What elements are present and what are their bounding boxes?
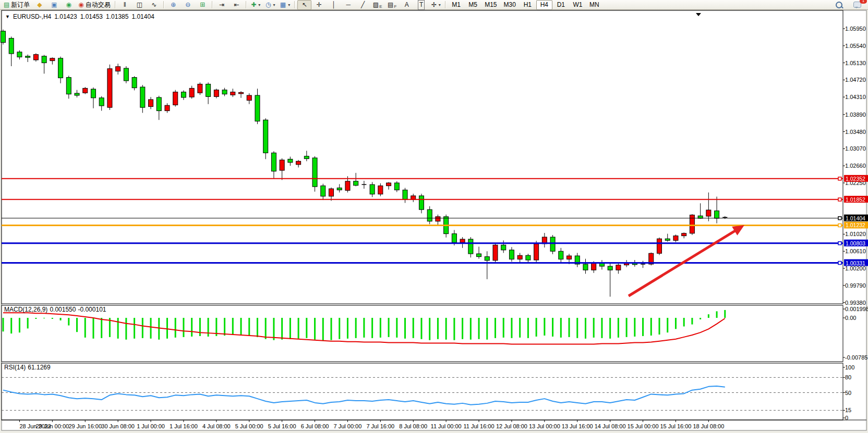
text-button[interactable]: A (400, 0, 414, 10)
candle-body (345, 181, 350, 191)
time-tick-label: 5 Jul 16:00 (268, 423, 296, 429)
price-tick-label: 1.05950 (845, 26, 866, 32)
macd-histogram-bar (158, 318, 160, 340)
timeframe-m5-button[interactable]: M5 (465, 0, 481, 10)
text-label-button[interactable]: T (414, 0, 428, 10)
crosshair-button[interactable]: ✛ (312, 0, 326, 10)
market-watch-icon[interactable]: ◆ (32, 0, 46, 10)
timeframe-m30-button[interactable]: M30 (501, 0, 519, 10)
price-pane (2, 10, 843, 304)
price-tick-label: 0.99790 (845, 282, 866, 289)
indicators-button[interactable]: ✚▾ (249, 0, 263, 10)
chart-title: ▼ EURUSD-,H4 1.01423 1.01453 1.01385 1.0… (5, 13, 154, 20)
chevron-down-icon[interactable]: ▾ (439, 3, 441, 7)
bars-chart-icon: ‖ (124, 1, 126, 9)
candle-body (17, 52, 22, 57)
candle-body (198, 84, 202, 93)
chevron-down-icon[interactable]: ▾ (273, 3, 275, 7)
timeframe-w1-button[interactable]: W1 (570, 0, 586, 10)
line-anchor-marker[interactable] (838, 177, 841, 180)
line-anchor-marker[interactable] (838, 224, 841, 227)
tile-windows-button[interactable]: ⊞ (196, 0, 210, 10)
timeframe-h1-button[interactable]: H1 (520, 0, 536, 10)
macd-histogram-bar (453, 318, 455, 340)
autotrading-button[interactable]: ◉自动交易 (76, 0, 112, 10)
candle-body (394, 183, 399, 190)
price-line-label: 1.01852 (846, 196, 865, 203)
macd-histogram-bar (413, 318, 414, 338)
horizontal-line-button[interactable]: ─ (341, 0, 355, 10)
navigator-icon[interactable]: ▣ (47, 0, 61, 10)
trendline-button[interactable]: ╱ (356, 0, 370, 10)
line-anchor-marker[interactable] (838, 242, 841, 245)
macd-histogram-bar (117, 318, 119, 339)
line-anchor-marker[interactable] (838, 217, 841, 220)
macd-histogram-bar (314, 318, 316, 340)
signals-icon[interactable]: ◉ (62, 0, 76, 10)
price-tick-label: 1.05130 (845, 60, 866, 66)
new-order-button[interactable]: ▤新订单 (2, 0, 32, 10)
candle-body (124, 68, 128, 81)
macd-histogram-bar (43, 318, 45, 318)
candle-body (66, 78, 71, 94)
time-tick-label: 29 Jun 16:00 (68, 423, 102, 429)
candle-body (616, 265, 621, 270)
arrows-button[interactable]: ✢▾ (429, 0, 443, 10)
vertical-line-button[interactable]: │ (327, 0, 341, 10)
macd-histogram-bar (650, 318, 652, 336)
candle-body (288, 159, 293, 162)
macd-histogram-bar (420, 318, 422, 339)
toolbar: ▤新订单◆▣◉◉自动交易‖◫∿⊕⊖⊞⇥⇤✚▾◷▾▦▾↖✛│─╱▨E▤FAT✢▾M… (0, 0, 868, 10)
macd-histogram-bar (125, 318, 127, 340)
equidistant-channel-button[interactable]: ▨E (370, 0, 384, 10)
macd-histogram-bar (601, 318, 602, 338)
time-tick-label: 11 Jul 00:00 (431, 423, 462, 429)
chevron-down-icon[interactable]: ▾ (288, 3, 290, 7)
cursor-button[interactable]: ↖ (297, 0, 311, 10)
timeframe-m15-button[interactable]: M15 (481, 0, 500, 10)
macd-histogram-bar (208, 318, 209, 337)
macd-histogram-bar (134, 318, 135, 339)
timeframe-m1-button[interactable]: M1 (448, 0, 464, 10)
candle-body (485, 257, 489, 261)
candle-body (1, 31, 6, 43)
macd-histogram-bar (76, 318, 78, 332)
macd-histogram-bar (191, 318, 192, 337)
bars-chart-button[interactable]: ‖ (118, 0, 132, 10)
one-click-trading-icon[interactable]: ▼ (5, 14, 10, 19)
chat-icon[interactable]: 1 (850, 0, 864, 10)
candle-body (173, 92, 178, 105)
time-tick-label: 13 Jul 00:00 (529, 423, 560, 429)
zoom-out-button[interactable]: ⊖ (181, 0, 195, 10)
toolbar-separator (115, 1, 116, 8)
candlestick-chart-button[interactable]: ◫ (132, 0, 147, 10)
search-icon[interactable] (832, 0, 846, 10)
timeframe-d1-button[interactable]: D1 (553, 0, 569, 10)
line-anchor-marker[interactable] (838, 262, 841, 265)
macd-tick-label: 0.00 (845, 315, 856, 321)
chart-shift-icon: ⇤ (234, 1, 239, 9)
macd-tick-label: 0.001998 (845, 306, 868, 312)
toolbar-separator (294, 1, 295, 8)
macd-histogram-bar (306, 318, 307, 338)
chart-shift-button[interactable]: ⇤ (230, 0, 244, 10)
autotrading-icon: ◉ (78, 1, 83, 9)
price-line-label: 1.00331 (846, 260, 865, 266)
time-tick-label: 15 Jul 16:00 (660, 423, 691, 429)
auto-scroll-button[interactable]: ⇥ (215, 0, 229, 10)
candle-body (673, 236, 678, 241)
timeframe-mn-button[interactable]: MN (586, 0, 602, 10)
templates-icon: ▦ (280, 1, 286, 9)
periods-button[interactable]: ◷▾ (263, 0, 278, 10)
macd-histogram-bar (404, 318, 406, 339)
macd-histogram-bar (257, 318, 258, 337)
chevron-down-icon[interactable]: ▾ (258, 3, 260, 7)
fibonacci-button[interactable]: ▤F (385, 0, 399, 10)
chart-canvas[interactable]: 1.059501.055401.051301.047201.043101.038… (0, 0, 868, 433)
line-chart-button[interactable]: ∿ (147, 0, 161, 10)
line-anchor-marker[interactable] (838, 198, 841, 201)
macd-histogram-bar (298, 318, 299, 339)
timeframe-h4-button[interactable]: H4 (536, 0, 552, 10)
zoom-in-button[interactable]: ⊕ (166, 0, 180, 10)
templates-button[interactable]: ▦▾ (278, 0, 292, 10)
